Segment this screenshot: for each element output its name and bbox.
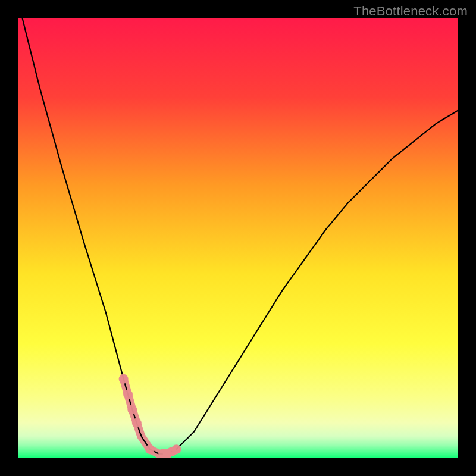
curve-highlight-segment: [124, 379, 177, 454]
highlight-dot: [127, 405, 137, 415]
curve-main: [18, 18, 458, 454]
highlight-dot: [123, 390, 133, 399]
highlight-dot: [171, 444, 181, 454]
watermark-text: TheBottleneck.com: [353, 4, 468, 19]
highlight-dot: [132, 418, 142, 428]
highlight-dot: [119, 374, 129, 384]
bottleneck-curve: [18, 18, 458, 458]
plot-area: [18, 18, 458, 458]
highlight-dot: [145, 444, 155, 454]
